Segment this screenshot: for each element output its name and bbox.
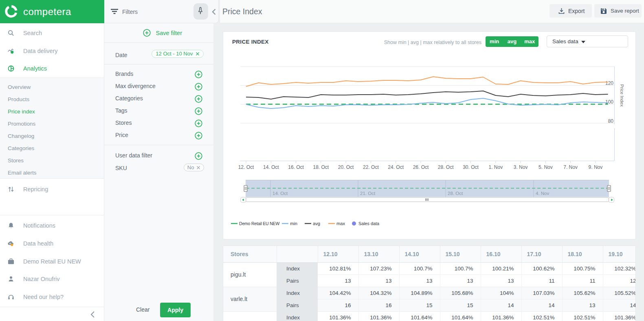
svg-text:18. Oct: 18. Oct: [313, 164, 329, 170]
svg-text:competera: competera: [23, 6, 71, 17]
svg-text:30. Oct: 30. Oct: [463, 164, 479, 170]
svg-text:3. Nov: 3. Nov: [514, 164, 528, 170]
svg-text:4. Nov: 4. Nov: [536, 191, 549, 196]
svg-text:28. Oct: 28. Oct: [438, 164, 454, 170]
svg-text:20. Oct: 20. Oct: [338, 164, 354, 170]
svg-text:22. Oct: 22. Oct: [363, 164, 379, 170]
svg-text:1. Nov: 1. Nov: [488, 164, 503, 170]
svg-text:120: 120: [605, 80, 613, 86]
svg-text:Price Index: Price Index: [620, 84, 624, 107]
svg-text:Demo Retail EU NEW: Demo Retail EU NEW: [239, 221, 279, 226]
svg-text:80: 80: [608, 118, 614, 124]
svg-text:avg: avg: [313, 221, 320, 226]
svg-text:26. Oct: 26. Oct: [413, 164, 429, 170]
svg-text:16. Oct: 16. Oct: [288, 164, 304, 170]
svg-text:5. Nov: 5. Nov: [538, 164, 553, 170]
svg-text:min: min: [290, 221, 297, 226]
svg-text:7. Nov: 7. Nov: [563, 164, 578, 170]
svg-text:21. Oct: 21. Oct: [360, 191, 376, 196]
svg-text:Sales data: Sales data: [358, 221, 379, 226]
svg-text:12. Oct: 12. Oct: [238, 164, 254, 170]
svg-text:14. Oct: 14. Oct: [273, 191, 288, 196]
svg-text:28. Oct: 28. Oct: [448, 191, 463, 196]
svg-text:max: max: [336, 221, 345, 226]
svg-text:9. Nov: 9. Nov: [589, 164, 603, 170]
svg-text:14. Oct: 14. Oct: [263, 164, 279, 170]
svg-text:24. Oct: 24. Oct: [388, 164, 404, 170]
